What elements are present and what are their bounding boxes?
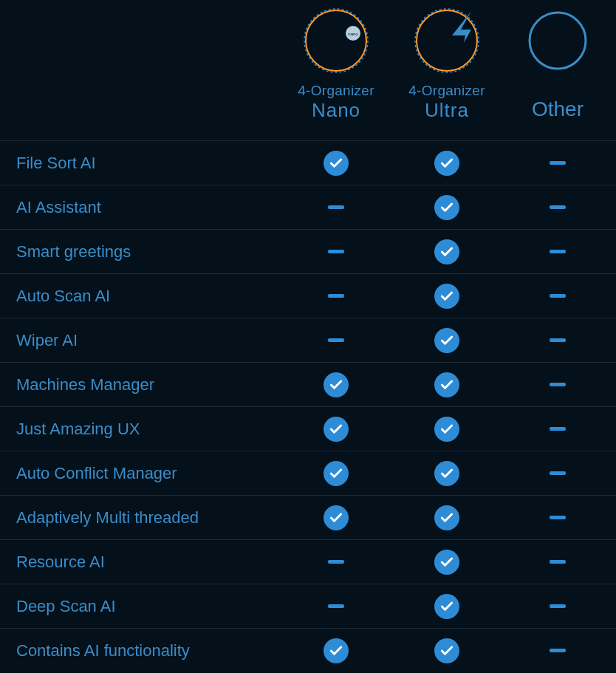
- feature-row: Smart greetings: [0, 229, 616, 273]
- product-brand: 4-Organizer: [408, 83, 485, 99]
- feature-label: Machines Manager: [0, 375, 281, 394]
- feature-cell: [281, 338, 391, 342]
- feature-cell: [502, 516, 613, 519]
- feature-row: Auto Conflict Manager: [0, 451, 616, 495]
- feature-cell: [281, 461, 391, 486]
- dash-icon: [550, 427, 566, 431]
- feature-cell: [281, 604, 391, 608]
- feature-cell: [391, 151, 502, 176]
- svg-point-6: [530, 13, 586, 69]
- dash-icon: [328, 250, 344, 253]
- svg-point-0: [306, 10, 366, 71]
- feature-cell: [391, 638, 502, 663]
- feature-label: Deep Scan AI: [0, 597, 281, 616]
- check-icon: [324, 151, 349, 176]
- feature-cell: [281, 372, 391, 397]
- check-icon: [434, 594, 459, 619]
- check-icon: [324, 372, 349, 397]
- feature-label: Contains AI functionality: [0, 641, 281, 660]
- feature-cell: [391, 417, 502, 442]
- feature-cell: [281, 505, 391, 530]
- check-icon: [434, 372, 459, 397]
- dash-icon: [328, 560, 344, 564]
- dash-icon: [550, 205, 566, 209]
- feature-cell: [281, 151, 391, 176]
- product-icon-nano: nano: [303, 7, 369, 74]
- dash-icon: [550, 161, 566, 165]
- feature-row: Just Amazing UX: [0, 406, 616, 451]
- feature-row: Resource AI: [0, 539, 616, 584]
- check-icon: [434, 284, 459, 309]
- feature-cell: [502, 294, 613, 298]
- dash-icon: [328, 604, 344, 608]
- check-icon: [324, 638, 349, 663]
- dash-icon: [550, 383, 566, 386]
- check-icon: [324, 461, 349, 486]
- check-icon: [324, 417, 349, 442]
- feature-cell: [391, 239, 502, 264]
- feature-label: Auto Scan AI: [0, 287, 281, 306]
- dash-icon: [550, 649, 566, 652]
- dash-icon: [328, 205, 344, 209]
- feature-cell: [502, 250, 613, 253]
- column-header-nano: nano 4-Organizer Nano: [281, 0, 391, 140]
- check-icon: [434, 550, 459, 575]
- feature-label: Just Amazing UX: [0, 420, 281, 439]
- feature-cell: [391, 328, 502, 353]
- feature-cell: [281, 205, 391, 209]
- feature-label: Adaptively Multi threaded: [0, 508, 281, 527]
- feature-cell: [281, 560, 391, 564]
- feature-cell: [502, 205, 613, 209]
- feature-cell: [391, 505, 502, 530]
- feature-row: Deep Scan AI: [0, 584, 616, 628]
- feature-cell: [391, 284, 502, 309]
- feature-label: Resource AI: [0, 553, 281, 572]
- feature-row: Machines Manager: [0, 362, 616, 406]
- check-icon: [434, 328, 459, 353]
- feature-cell: [502, 338, 613, 342]
- check-icon: [434, 195, 459, 220]
- product-brand: 4-Organizer: [298, 83, 374, 99]
- check-icon: [434, 239, 459, 264]
- column-header-ultra: 4-Organizer Ultra: [391, 0, 502, 140]
- feature-cell: [502, 560, 613, 564]
- feature-cell: [502, 383, 613, 386]
- product-tier: Ultra: [425, 99, 469, 122]
- dash-icon: [328, 338, 344, 342]
- feature-row: AI Assistant: [0, 185, 616, 229]
- column-header-other: Other: [502, 0, 613, 140]
- feature-cell: [391, 372, 502, 397]
- comparison-table: nano 4-Organizer Nano 4-Organizer Ultra: [0, 0, 616, 672]
- dash-icon: [550, 294, 566, 298]
- check-icon: [434, 461, 459, 486]
- dash-icon: [550, 471, 566, 475]
- feature-cell: [281, 417, 391, 442]
- feature-cell: [502, 604, 613, 608]
- header-row: nano 4-Organizer Nano 4-Organizer Ultra: [0, 0, 616, 140]
- feature-cell: [391, 461, 502, 486]
- dash-icon: [328, 294, 344, 298]
- feature-row: Adaptively Multi threaded: [0, 495, 616, 539]
- check-icon: [324, 505, 349, 530]
- feature-cell: [281, 638, 391, 663]
- feature-row: Auto Scan AI: [0, 273, 616, 318]
- feature-cell: [502, 161, 613, 165]
- feature-label: AI Assistant: [0, 198, 281, 217]
- feature-cell: [391, 195, 502, 220]
- svg-text:nano: nano: [348, 32, 358, 36]
- dash-icon: [550, 250, 566, 253]
- check-icon: [434, 638, 459, 663]
- dash-icon: [550, 604, 566, 608]
- feature-cell: [502, 471, 613, 475]
- dash-icon: [550, 560, 566, 564]
- feature-cell: [502, 649, 613, 652]
- check-icon: [434, 151, 459, 176]
- svg-point-4: [417, 10, 477, 71]
- other-label: Other: [532, 98, 584, 121]
- dash-icon: [550, 516, 566, 519]
- feature-label: Smart greetings: [0, 242, 281, 262]
- product-tier: Nano: [312, 99, 360, 122]
- feature-cell: [281, 294, 391, 298]
- feature-cell: [281, 250, 391, 253]
- product-icon-other: [524, 7, 591, 74]
